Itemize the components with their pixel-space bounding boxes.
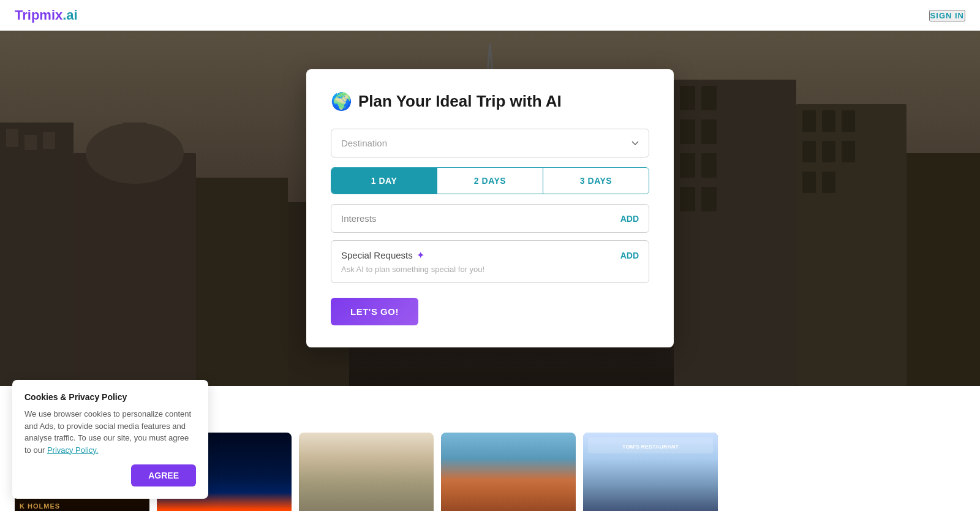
- cookie-notice: Cookies & Privacy Policy We use browser …: [12, 380, 208, 499]
- sparkle-icon: ✦: [417, 249, 424, 261]
- interests-add-button[interactable]: ADD: [620, 214, 639, 224]
- tab-1-day[interactable]: 1 DAY: [331, 168, 437, 194]
- sign-in-button[interactable]: SIGN IN: [929, 10, 965, 21]
- list-item[interactable]: TOM'S RESTAURANT: [583, 433, 718, 511]
- destination-select[interactable]: Destination: [331, 129, 649, 157]
- special-requests-add-button[interactable]: ADD: [620, 251, 639, 260]
- logo-suffix: .ai: [62, 7, 77, 23]
- tab-2-days[interactable]: 2 DAYS: [437, 168, 543, 194]
- logo[interactable]: Tripmix.ai: [15, 7, 78, 23]
- trip-planner-modal: 🌍 Plan Your Ideal Trip with AI Destinati…: [306, 69, 674, 347]
- cookie-text: We use browser cookies to personalize co…: [24, 408, 196, 456]
- globe-icon: 🌍: [331, 91, 352, 112]
- list-item[interactable]: [441, 433, 576, 511]
- modal-title: 🌍 Plan Your Ideal Trip with AI: [331, 91, 649, 112]
- header: Tripmix.ai SIGN IN: [0, 0, 980, 31]
- special-requests-hint: Ask AI to plan something special for you…: [341, 265, 639, 274]
- interests-label: Interests: [341, 213, 377, 224]
- days-tabs: 1 DAY 2 DAYS 3 DAYS: [331, 167, 649, 194]
- list-item[interactable]: [299, 433, 434, 511]
- lets-go-button[interactable]: LET'S GO!: [331, 298, 418, 325]
- modal-title-text: Plan Your Ideal Trip with AI: [358, 92, 562, 111]
- cookie-title: Cookies & Privacy Policy: [24, 392, 196, 402]
- special-requests-header: Special Requests ✦ ADD: [341, 249, 639, 261]
- special-requests-label: Special Requests: [341, 250, 413, 260]
- tab-3-days[interactable]: 3 DAYS: [543, 168, 649, 194]
- agree-button[interactable]: AGREE: [131, 464, 196, 486]
- logo-text: Tripmix: [15, 7, 62, 23]
- privacy-policy-link[interactable]: Privacy Policy.: [47, 445, 99, 455]
- interests-box[interactable]: Interests ADD: [331, 204, 649, 233]
- hero-section: 🌍 Plan Your Ideal Trip with AI Destinati…: [0, 31, 980, 386]
- special-requests-box: Special Requests ✦ ADD Ask AI to plan so…: [331, 240, 649, 283]
- modal-overlay: 🌍 Plan Your Ideal Trip with AI Destinati…: [0, 31, 980, 386]
- special-requests-title: Special Requests ✦: [341, 249, 424, 261]
